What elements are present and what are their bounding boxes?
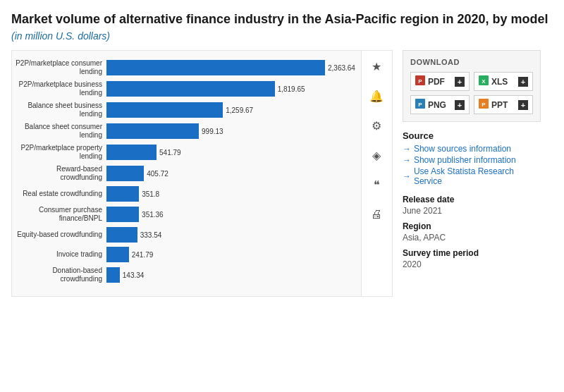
bar-row: P2P/marketplace property lending541.79 — [15, 144, 355, 161]
bar-value-label: 999.13 — [202, 128, 223, 135]
right-panel: DOWNLOAD PPDF+XXLS+PPNG+PPPT+ Source Sho… — [393, 50, 541, 297]
bar-row: Real estate crowdfunding351.8 — [15, 186, 355, 202]
share-icon[interactable]: ◈ — [367, 145, 386, 165]
xls-icon: X — [479, 75, 489, 87]
bar-fill — [106, 227, 137, 243]
print-icon[interactable]: 🖨 — [367, 204, 386, 224]
download-plus-icon[interactable]: + — [455, 100, 465, 110]
bar-fill — [106, 81, 275, 97]
bar-fill — [106, 247, 129, 262]
quote-icon[interactable]: ❝ — [367, 175, 386, 195]
bar-fill — [106, 186, 139, 202]
download-btn-label-xls: XXLS — [479, 75, 508, 87]
svg-text:P: P — [482, 102, 486, 108]
bar-value-label: 1,819.65 — [278, 85, 305, 93]
download-format-label: PPT — [491, 100, 508, 110]
bar-fill — [106, 267, 120, 283]
chart-subtitle: (in million U.S. dollars) — [11, 30, 553, 42]
ppt-icon: P — [479, 99, 489, 111]
bar-label: Real estate crowdfunding — [15, 190, 106, 198]
bar-value-label: 143.34 — [123, 271, 145, 279]
bar-container: 1,819.65 — [106, 81, 355, 97]
bar-row: Invoice trading241.79 — [15, 247, 355, 262]
bar-row: Equity-based crowdfunding333.54 — [15, 227, 355, 243]
bar-container: 143.34 — [106, 267, 355, 283]
download-btn-xls[interactable]: XXLS+ — [474, 72, 533, 91]
download-label: DOWNLOAD — [410, 58, 533, 66]
source-link[interactable]: Use Ask Statista Research Service — [403, 166, 541, 186]
svg-text:P: P — [418, 102, 422, 108]
bar-container: 351.36 — [106, 207, 355, 222]
download-btn-label-ppt: PPPT — [479, 99, 508, 111]
chart-area: P2P/marketplace consumer lending2,363.64… — [11, 50, 362, 297]
bar-fill — [106, 166, 144, 181]
bar-container: 999.13 — [106, 123, 355, 139]
region-section: Region Asia, APAC — [403, 221, 541, 243]
bar-label: Balance sheet consumer lending — [15, 123, 106, 140]
download-format-label: PDF — [428, 77, 445, 87]
bar-container: 405.72 — [106, 166, 355, 181]
bar-fill — [106, 123, 199, 139]
star-icon[interactable]: ★ — [367, 56, 386, 76]
bell-icon[interactable]: 🔔 — [367, 86, 386, 106]
bar-container: 1,259.67 — [106, 102, 355, 118]
pdf-icon: P — [415, 75, 425, 87]
download-btn-label-pdf: PPDF — [415, 75, 445, 87]
download-btn-png[interactable]: PPNG+ — [410, 95, 470, 114]
download-plus-icon[interactable]: + — [455, 77, 465, 87]
png-icon: P — [415, 99, 425, 111]
bar-container: 241.79 — [106, 247, 355, 262]
bar-fill — [106, 102, 223, 118]
bar-row: Reward-based crowdfunding405.72 — [15, 165, 355, 182]
bar-value-label: 241.79 — [132, 251, 154, 259]
svg-text:X: X — [482, 78, 486, 85]
download-format-label: XLS — [491, 77, 508, 87]
source-title: Source — [403, 130, 541, 141]
bar-label: P2P/marketplace consumer lending — [15, 59, 106, 76]
survey-time-period-label: Survey time period — [403, 248, 541, 258]
download-section: DOWNLOAD PPDF+XXLS+PPNG+PPPT+ — [403, 50, 541, 122]
download-plus-icon[interactable]: + — [518, 100, 528, 110]
bar-value-label: 2,363.64 — [328, 64, 355, 72]
bar-row: Donation-based crowdfunding143.34 — [15, 267, 355, 283]
bar-row: P2P/marketplace business lending1,819.65 — [15, 80, 355, 97]
download-btn-pdf[interactable]: PPDF+ — [410, 72, 470, 91]
source-link[interactable]: Show publisher information — [403, 155, 541, 165]
download-grid: PPDF+XXLS+PPNG+PPPT+ — [410, 72, 533, 114]
bar-row: Balance sheet consumer lending999.13 — [15, 123, 355, 140]
bar-value-label: 541.79 — [159, 149, 181, 157]
bar-label: Donation-based crowdfunding — [15, 267, 106, 283]
source-link[interactable]: Show sources information — [403, 144, 541, 154]
source-section: Source Show sources informationShow publ… — [403, 130, 541, 188]
survey-time-period-section: Survey time period 2020 — [403, 248, 541, 269]
chart-title: Market volume of alternative finance ind… — [11, 11, 553, 27]
bar-value-label: 1,259.67 — [226, 106, 253, 114]
release-date-value: June 2021 — [403, 206, 541, 216]
bar-value-label: 333.54 — [140, 231, 162, 239]
gear-icon[interactable]: ⚙ — [367, 116, 386, 135]
bar-value-label: 351.36 — [142, 211, 164, 219]
bar-label: Reward-based crowdfunding — [15, 165, 106, 182]
survey-time-period-value: 2020 — [403, 259, 541, 269]
bar-row: Balance sheet business lending1,259.67 — [15, 102, 355, 118]
bar-container: 2,363.64 — [106, 60, 355, 75]
bar-container: 333.54 — [106, 227, 355, 243]
bar-label: P2P/marketplace property lending — [15, 144, 106, 161]
download-plus-icon[interactable]: + — [518, 77, 528, 87]
bar-label: Equity-based crowdfunding — [15, 231, 106, 239]
bar-fill — [106, 60, 325, 75]
region-value: Asia, APAC — [403, 233, 541, 243]
bar-container: 351.8 — [106, 186, 355, 202]
bar-fill — [106, 145, 157, 160]
bar-row: P2P/marketplace consumer lending2,363.64 — [15, 59, 355, 76]
bar-row: Consumer purchase finance/BNPL351.36 — [15, 206, 355, 223]
action-panel: ★🔔⚙◈❝🖨 — [362, 50, 393, 297]
bar-container: 541.79 — [106, 145, 355, 160]
bar-label: Invoice trading — [15, 250, 106, 259]
download-format-label: PNG — [428, 100, 446, 110]
download-btn-ppt[interactable]: PPPT+ — [474, 95, 533, 114]
bar-value-label: 351.8 — [142, 190, 159, 198]
bar-label: P2P/marketplace business lending — [15, 80, 106, 97]
release-date-section: Release date June 2021 — [403, 195, 541, 216]
svg-text:P: P — [418, 78, 422, 85]
